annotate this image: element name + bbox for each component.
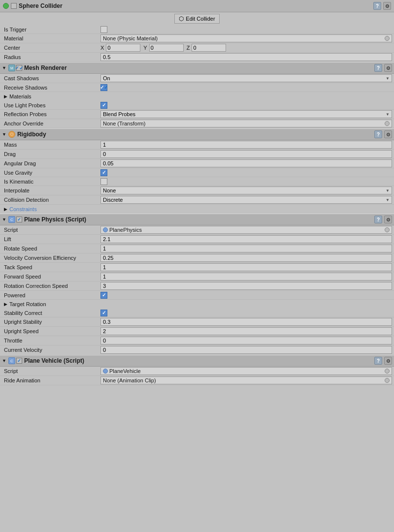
mesh-renderer-collapse[interactable] <box>2 65 6 70</box>
plane-vehicle-collapse[interactable] <box>2 358 6 363</box>
collision-detection-row: Collision Detection Discrete ▼ <box>0 195 394 205</box>
ride-animation-dot[interactable] <box>385 378 390 383</box>
help-icon[interactable]: ? <box>373 2 381 10</box>
reflection-probes-arrow: ▼ <box>386 112 390 117</box>
ride-animation-field[interactable]: None (Animation Clip) <box>100 376 392 384</box>
angular-drag-input[interactable] <box>100 159 392 167</box>
plane-physics-script-field[interactable]: PlanePhysics <box>100 226 392 234</box>
rigidbody-gear-icon[interactable]: ⚙ <box>384 130 392 138</box>
tack-speed-input[interactable] <box>100 263 392 271</box>
mesh-renderer-icon: M <box>8 64 15 71</box>
plane-vehicle-gear-icon[interactable]: ⚙ <box>384 357 392 365</box>
mass-input[interactable] <box>100 141 392 149</box>
use-light-probes-checkbox[interactable]: ✓ <box>100 102 107 109</box>
material-field[interactable]: None (Physic Material) <box>100 34 392 42</box>
radius-input[interactable] <box>100 53 392 61</box>
mass-value <box>100 141 392 149</box>
plane-physics-script-row: Script PlanePhysics <box>0 225 394 235</box>
materials-collapse[interactable] <box>4 94 7 99</box>
upright-speed-label: Upright Speed <box>2 328 100 334</box>
drag-input[interactable] <box>100 150 392 158</box>
center-y-input[interactable] <box>149 44 184 52</box>
target-rotation-collapse[interactable] <box>4 302 7 307</box>
angular-drag-row: Angular Drag <box>0 159 394 168</box>
anchor-override-text: None (Transform) <box>103 121 145 126</box>
sphere-collider-header: Sphere Collider ? ⚙ <box>0 0 394 12</box>
plane-physics-checkbox[interactable]: ✓ <box>16 217 22 222</box>
upright-stability-input[interactable] <box>100 318 392 326</box>
lift-label: Lift <box>2 236 100 242</box>
plane-vehicle-script-row: Script PlaneVehicle <box>0 367 394 376</box>
is-trigger-checkbox[interactable] <box>100 26 107 33</box>
sphere-collider-checkbox[interactable] <box>11 3 17 9</box>
material-row: Material None (Physic Material) <box>0 34 394 43</box>
radius-row: Radius <box>0 53 394 62</box>
use-gravity-checkbox[interactable]: ✓ <box>100 169 107 176</box>
edit-collider-label: Edit Collider <box>186 16 215 22</box>
radius-value <box>100 53 392 61</box>
cast-shadows-label: Cast Shadows <box>2 75 100 81</box>
interpolate-dropdown[interactable]: None ▼ <box>100 187 392 194</box>
rigidbody-collapse[interactable] <box>2 132 6 137</box>
radius-label: Radius <box>2 54 100 60</box>
rotate-speed-label: Rotate Speed <box>2 246 100 251</box>
plane-physics-help-icon[interactable]: ? <box>374 216 382 223</box>
reflection-probes-dropdown[interactable]: Blend Probes ▼ <box>100 110 392 118</box>
constraints-label: Constraints <box>9 206 37 212</box>
collision-detection-dropdown[interactable]: Discrete ▼ <box>100 196 392 204</box>
receive-shadows-checkbox[interactable]: ✓ <box>100 84 107 91</box>
center-x-input[interactable] <box>106 44 140 52</box>
cast-shadows-dropdown[interactable]: On ▼ <box>100 74 392 82</box>
material-dot[interactable] <box>385 36 390 41</box>
materials-row[interactable]: Materials <box>0 92 394 101</box>
lift-input[interactable] <box>100 235 392 243</box>
center-z-input[interactable] <box>192 44 226 52</box>
target-rotation-row[interactable]: Target Rotation <box>0 300 394 309</box>
is-kinematic-checkbox[interactable] <box>100 178 107 185</box>
rigidbody-help-icon[interactable]: ? <box>374 130 382 138</box>
plane-vehicle-checkbox[interactable]: ✓ <box>16 358 22 364</box>
gear-icon[interactable]: ⚙ <box>383 2 391 10</box>
current-velocity-input[interactable] <box>100 346 392 354</box>
anchor-override-field[interactable]: None (Transform) <box>100 120 392 127</box>
rotation-correction-input[interactable] <box>100 282 392 290</box>
powered-checkbox[interactable]: ✓ <box>100 292 107 299</box>
interpolate-value: None ▼ <box>100 187 392 194</box>
plane-vehicle-script-field[interactable]: PlaneVehicle <box>100 367 392 375</box>
plane-physics-gear-icon[interactable]: ⚙ <box>384 216 392 223</box>
drag-label: Drag <box>2 151 100 157</box>
constraints-collapse[interactable] <box>4 207 7 212</box>
upright-speed-input[interactable] <box>100 327 392 335</box>
collision-detection-arrow: ▼ <box>386 198 390 202</box>
mesh-renderer-checkbox[interactable]: ✓ <box>16 65 22 71</box>
plane-physics-title: Plane Physics (Script) <box>24 216 374 223</box>
anchor-override-dot[interactable] <box>385 121 390 126</box>
constraints-row[interactable]: Constraints <box>0 205 394 214</box>
ride-animation-label: Ride Animation <box>2 377 100 383</box>
edit-collider-button[interactable]: ⬡ Edit Collider <box>174 14 219 24</box>
z-label: Z <box>187 45 190 51</box>
stability-correct-checkbox[interactable]: ✓ <box>100 310 107 316</box>
plane-vehicle-script-dot[interactable] <box>385 369 390 374</box>
y-label: Y <box>143 45 147 51</box>
anchor-override-value: None (Transform) <box>100 120 392 127</box>
plane-physics-script-dot[interactable] <box>385 227 390 232</box>
plane-vehicle-script-label: Script <box>2 368 100 374</box>
mesh-renderer-help-icon[interactable]: ? <box>374 64 382 72</box>
velocity-conversion-input[interactable] <box>100 254 392 262</box>
reflection-probes-row: Reflection Probes Blend Probes ▼ <box>0 110 394 119</box>
forward-speed-input[interactable] <box>100 273 392 281</box>
rotate-speed-input[interactable] <box>100 245 392 252</box>
active-indicator <box>3 3 9 9</box>
mesh-renderer-gear-icon[interactable]: ⚙ <box>384 64 392 72</box>
powered-value: ✓ <box>100 292 392 299</box>
is-trigger-row: Is Trigger <box>0 25 394 34</box>
throttle-input[interactable] <box>100 337 392 344</box>
plane-physics-collapse[interactable] <box>2 217 6 222</box>
plane-vehicle-help-icon[interactable]: ? <box>374 357 382 365</box>
use-gravity-value: ✓ <box>100 169 392 176</box>
is-kinematic-row: Is Kinematic <box>0 177 394 186</box>
upright-stability-row: Upright Stability <box>0 317 394 327</box>
inspector-panel: Sphere Collider ? ⚙ ⬡ Edit Collider Is T… <box>0 0 394 385</box>
interpolate-arrow: ▼ <box>386 188 390 193</box>
